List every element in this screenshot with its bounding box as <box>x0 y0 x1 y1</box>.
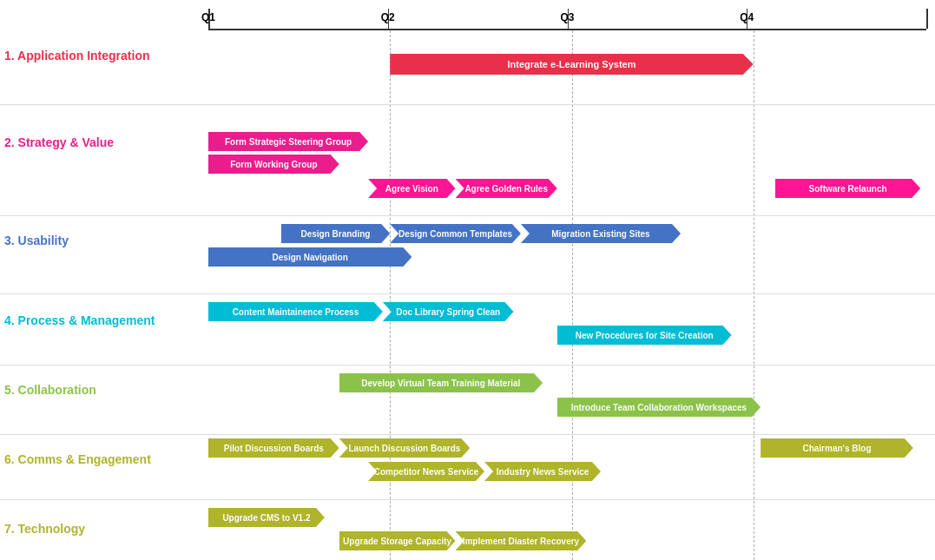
section-3-label: 3. Usability <box>4 233 69 248</box>
bar-software-relaunch: Software Relaunch <box>775 179 920 198</box>
bar-integrate-elearning: Integrate e-Learning System <box>390 54 754 75</box>
divider-4 <box>0 365 935 366</box>
bar-agree-vision: Agree Vision <box>368 179 455 198</box>
section-4-label: 4. Process & Management <box>4 313 155 328</box>
q3-label: Q3 <box>560 11 574 23</box>
bar-launch-discussion: Launch Discussion Boards <box>339 438 471 458</box>
q4-label: Q4 <box>740 11 754 23</box>
bar-chairmans-blog: Chairman's Blog <box>761 438 913 458</box>
bar-migration-existing: Migration Existing Sites <box>521 224 681 243</box>
bar-develop-virtual-team: Develop Virtual Team Training Material <box>339 373 543 392</box>
bar-introduce-team-collab: Introduce Team Collaboration Workspaces <box>557 398 761 417</box>
bar-design-branding: Design Branding <box>281 224 391 243</box>
bar-form-strategic-steering: Form Strategic Steering Group <box>208 132 368 151</box>
gantt-chart: Q1 Q2 Q3 Q4 1. Application Integration I… <box>0 0 935 560</box>
bar-competitor-news: Competitor News Service <box>368 462 484 481</box>
section-1-label: 1. Application Integration <box>4 48 150 63</box>
section-2-label: 2. Strategy & Value <box>4 135 114 150</box>
bar-agree-golden-rules: Agree Golden Rules <box>456 179 557 198</box>
bar-upgrade-storage: Upgrade Storage Capacity <box>339 531 456 550</box>
bar-industry-news: Industry News Service <box>484 462 601 481</box>
section-6-label: 6. Comms & Engagement <box>4 451 151 467</box>
divider-5 <box>0 434 935 435</box>
q1-label: Q1 <box>201 11 215 23</box>
bar-doc-library: Doc Library Spring Clean <box>383 302 514 321</box>
bar-upgrade-cms: Upgrade CMS to V1.2 <box>208 508 325 527</box>
bar-design-common-templates: Design Common Templates <box>390 224 521 243</box>
divider-6 <box>0 499 935 500</box>
bar-new-procedures: New Procedures for Site Creation <box>557 326 732 345</box>
divider-3 <box>0 293 935 294</box>
section-5-label: 5. Collaboration <box>4 382 96 398</box>
divider-1 <box>0 104 935 105</box>
timeline-header: Q1 Q2 Q3 Q4 <box>208 9 926 30</box>
q2-label: Q2 <box>381 11 395 23</box>
bar-pilot-discussion: Pilot Discussion Boards <box>208 438 339 458</box>
bar-form-working-group: Form Working Group <box>208 155 339 174</box>
dashed-line-q4 <box>754 30 754 560</box>
bar-design-navigation: Design Navigation <box>208 247 412 267</box>
bar-content-maintainence: Content Maintainence Process <box>208 302 383 321</box>
section-7-label: 7. Technology <box>4 521 85 537</box>
bar-implement-disaster: Implement Diaster Recovery <box>456 531 587 550</box>
divider-2 <box>0 215 935 216</box>
